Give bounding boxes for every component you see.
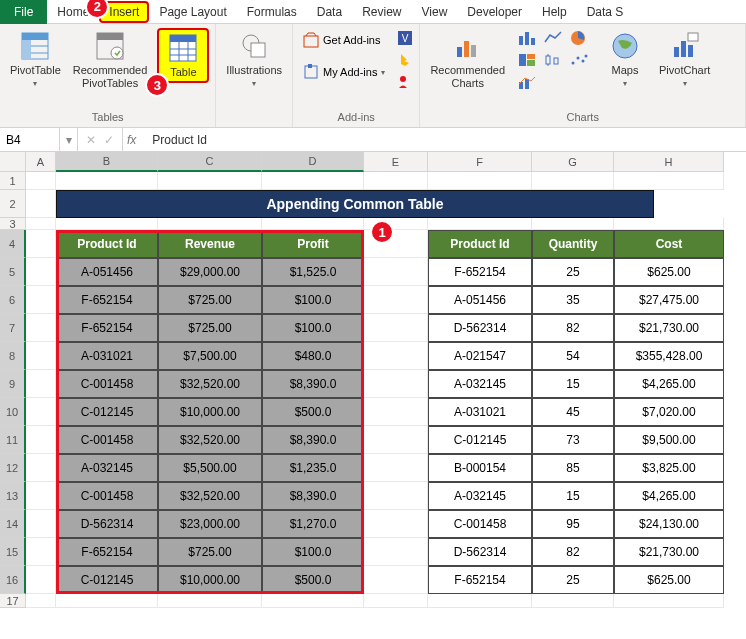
row-header-9[interactable]: 9 [0, 370, 26, 398]
row-header-11[interactable]: 11 [0, 426, 26, 454]
table2-cell[interactable]: Quantity [532, 230, 614, 258]
column-chart-icon[interactable] [517, 30, 537, 46]
table2-cell[interactable]: $27,475.00 [614, 286, 724, 314]
tab-formulas[interactable]: Formulas [237, 1, 307, 23]
table1-cell[interactable]: $5,500.00 [158, 454, 262, 482]
table1-cell[interactable]: Profit [262, 230, 364, 258]
hierarchy-chart-icon[interactable] [517, 52, 537, 68]
table2-cell[interactable]: A-021547 [428, 342, 532, 370]
table2-cell[interactable]: A-051456 [428, 286, 532, 314]
table1-cell[interactable]: $7,500.00 [158, 342, 262, 370]
table1-cell[interactable]: $23,000.00 [158, 510, 262, 538]
tab-data-streamer[interactable]: Data S [577, 1, 634, 23]
table2-cell[interactable]: Product Id [428, 230, 532, 258]
row-header-4[interactable]: 4 [0, 230, 26, 258]
table2-cell[interactable]: 54 [532, 342, 614, 370]
table1-cell[interactable]: $725.00 [158, 314, 262, 342]
recommended-pivottables-button[interactable]: Recommended PivotTables [69, 28, 152, 92]
table1-cell[interactable]: C-012145 [56, 566, 158, 594]
table2-cell[interactable]: $4,265.00 [614, 370, 724, 398]
table1-cell[interactable]: $29,000.00 [158, 258, 262, 286]
table2-cell[interactable]: $4,265.00 [614, 482, 724, 510]
table2-cell[interactable]: $625.00 [614, 258, 724, 286]
table2-cell[interactable]: 25 [532, 258, 614, 286]
get-addins-button[interactable]: Get Add-ins [299, 30, 389, 50]
table1-cell[interactable]: $480.0 [262, 342, 364, 370]
table1-cell[interactable]: Revenue [158, 230, 262, 258]
my-addins-button[interactable]: My Add-ins ▾ [299, 62, 389, 82]
col-header-H[interactable]: H [614, 152, 724, 172]
table1-cell[interactable]: $32,520.00 [158, 482, 262, 510]
scatter-chart-icon[interactable] [569, 52, 589, 68]
table2-cell[interactable]: A-032145 [428, 482, 532, 510]
pivotchart-button[interactable]: PivotChart ▾ [655, 28, 714, 90]
tab-developer[interactable]: Developer [457, 1, 532, 23]
select-all-corner[interactable] [0, 152, 26, 172]
table1-cell[interactable]: $32,520.00 [158, 426, 262, 454]
line-chart-icon[interactable] [543, 30, 563, 46]
bing-icon[interactable] [397, 52, 413, 68]
row-header-13[interactable]: 13 [0, 482, 26, 510]
confirm-icon[interactable]: ✓ [104, 133, 114, 147]
table1-cell[interactable]: A-032145 [56, 454, 158, 482]
table1-cell[interactable]: C-012145 [56, 398, 158, 426]
table1-cell[interactable]: $1,235.0 [262, 454, 364, 482]
table2-cell[interactable]: 45 [532, 398, 614, 426]
table2-cell[interactable]: F-652154 [428, 566, 532, 594]
table1-cell[interactable]: $10,000.00 [158, 398, 262, 426]
table1-cell[interactable]: F-652154 [56, 314, 158, 342]
table2-cell[interactable]: D-562314 [428, 314, 532, 342]
table1-cell[interactable]: A-031021 [56, 342, 158, 370]
col-header-G[interactable]: G [532, 152, 614, 172]
row-header-8[interactable]: 8 [0, 342, 26, 370]
table2-cell[interactable]: 85 [532, 454, 614, 482]
row-header-3[interactable]: 3 [0, 218, 26, 230]
formula-value[interactable]: Product Id [146, 133, 207, 147]
table1-cell[interactable]: $725.00 [158, 286, 262, 314]
table2-cell[interactable]: A-032145 [428, 370, 532, 398]
row-header-2[interactable]: 2 [0, 190, 26, 218]
row-header-1[interactable]: 1 [0, 172, 26, 190]
table1-cell[interactable]: $10,000.00 [158, 566, 262, 594]
table2-cell[interactable]: $9,500.00 [614, 426, 724, 454]
table2-cell[interactable]: $3,825.00 [614, 454, 724, 482]
table2-cell[interactable]: $24,130.00 [614, 510, 724, 538]
table2-cell[interactable]: F-652154 [428, 258, 532, 286]
col-header-C[interactable]: C [158, 152, 262, 172]
fx-icon[interactable]: fx [123, 133, 146, 147]
table2-cell[interactable]: 95 [532, 510, 614, 538]
table2-cell[interactable]: C-001458 [428, 510, 532, 538]
table2-cell[interactable]: 15 [532, 370, 614, 398]
maps-button[interactable]: Maps ▾ [599, 28, 651, 90]
row-header-15[interactable]: 15 [0, 538, 26, 566]
table2-cell[interactable]: 25 [532, 566, 614, 594]
table1-cell[interactable]: $100.0 [262, 314, 364, 342]
table2-cell[interactable]: $7,020.00 [614, 398, 724, 426]
col-header-B[interactable]: B [56, 152, 158, 172]
table2-cell[interactable]: 35 [532, 286, 614, 314]
row-header-6[interactable]: 6 [0, 286, 26, 314]
col-header-E[interactable]: E [364, 152, 428, 172]
table1-cell[interactable]: C-001458 [56, 482, 158, 510]
table1-cell[interactable]: $100.0 [262, 538, 364, 566]
table2-cell[interactable]: $21,730.00 [614, 314, 724, 342]
tab-help[interactable]: Help [532, 1, 577, 23]
file-tab[interactable]: File [0, 0, 47, 24]
tab-review[interactable]: Review [352, 1, 411, 23]
tab-view[interactable]: View [412, 1, 458, 23]
row-header-12[interactable]: 12 [0, 454, 26, 482]
row-header-5[interactable]: 5 [0, 258, 26, 286]
col-header-D[interactable]: D [262, 152, 364, 172]
name-box[interactable]: B4 [0, 128, 60, 151]
table2-cell[interactable]: C-012145 [428, 426, 532, 454]
pie-chart-icon[interactable] [569, 30, 589, 46]
table-button[interactable]: Table 3 [157, 28, 209, 83]
stat-chart-icon[interactable] [543, 52, 563, 68]
table1-cell[interactable]: $1,270.0 [262, 510, 364, 538]
table1-cell[interactable]: F-652154 [56, 286, 158, 314]
col-header-A[interactable]: A [26, 152, 56, 172]
table1-cell[interactable]: $8,390.0 [262, 370, 364, 398]
row-header-16[interactable]: 16 [0, 566, 26, 594]
table1-cell[interactable]: Product Id [56, 230, 158, 258]
table1-cell[interactable]: $725.00 [158, 538, 262, 566]
